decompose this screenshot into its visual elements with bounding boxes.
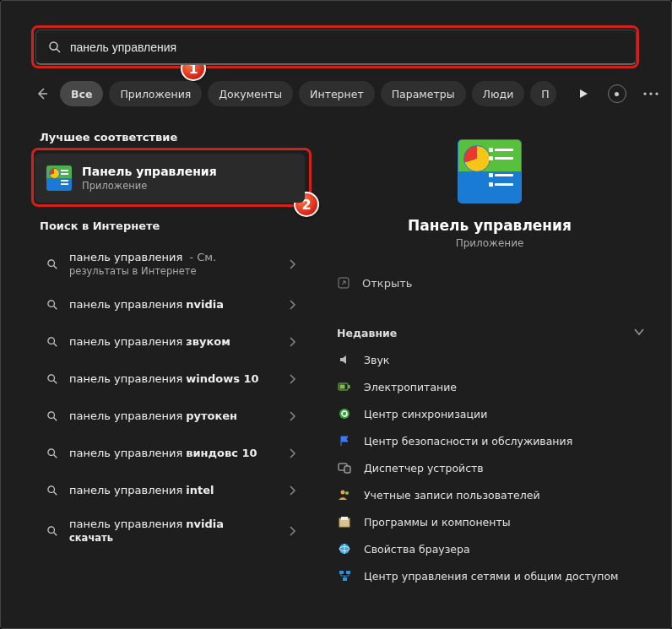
web-result-base: панель управления bbox=[69, 518, 182, 530]
svg-point-8 bbox=[48, 301, 55, 307]
recent-item-label: Центр синхронизации bbox=[364, 408, 487, 420]
speaker-icon bbox=[337, 353, 352, 367]
svg-line-17 bbox=[54, 455, 57, 458]
web-results: панель управления - См. результаты в Инт… bbox=[35, 242, 305, 553]
flag-icon bbox=[337, 434, 352, 448]
svg-rect-28 bbox=[344, 466, 350, 473]
tab-people[interactable]: Люди bbox=[472, 81, 525, 106]
devices-icon bbox=[337, 461, 352, 475]
web-result[interactable]: панель управленияwindows 10 bbox=[35, 361, 305, 398]
search-icon bbox=[46, 373, 58, 385]
svg-point-5 bbox=[655, 92, 658, 95]
recent-item[interactable]: Учетные записи пользователей bbox=[323, 481, 656, 508]
svg-point-6 bbox=[48, 260, 55, 267]
svg-point-18 bbox=[48, 486, 55, 493]
open-in-bing[interactable] bbox=[608, 84, 626, 103]
tab-apps[interactable]: Приложения bbox=[109, 81, 202, 106]
web-result[interactable]: панель управлениявиндовс 10 bbox=[35, 435, 305, 472]
network-icon bbox=[337, 569, 352, 583]
battery-icon bbox=[337, 380, 352, 394]
recent-item[interactable]: Электропитание bbox=[323, 373, 656, 400]
web-result-second: результаты в Интернете bbox=[69, 265, 289, 278]
svg-point-16 bbox=[48, 449, 55, 456]
search-icon bbox=[46, 525, 58, 537]
web-result-suffix: рутокен bbox=[186, 409, 237, 424]
recent-item-label: Диспетчер устройств bbox=[364, 462, 484, 474]
programs-icon bbox=[337, 515, 352, 529]
open-action[interactable]: Открыть bbox=[323, 264, 656, 301]
svg-line-21 bbox=[54, 533, 57, 536]
chevron-right-icon bbox=[289, 336, 296, 348]
chevron-right-icon bbox=[289, 525, 296, 537]
svg-rect-32 bbox=[341, 517, 348, 520]
users-icon bbox=[337, 488, 352, 502]
web-result-base: панель управления bbox=[69, 335, 182, 350]
tab-all[interactable]: Все bbox=[60, 81, 103, 106]
browser-icon bbox=[337, 542, 352, 556]
play-button[interactable] bbox=[571, 81, 596, 106]
recent-item-label: Центр управления сетями и общим доступом bbox=[364, 570, 619, 583]
best-match-result[interactable]: Панель управления Приложение bbox=[35, 154, 305, 203]
web-result-base: панель управления bbox=[69, 484, 182, 498]
web-result-base: панель управления bbox=[69, 409, 182, 424]
web-result[interactable]: панель управленияnvidia bbox=[35, 286, 305, 323]
recent-item[interactable]: Центр безопасности и обслуживания bbox=[323, 427, 656, 454]
tab-settings[interactable]: Параметры bbox=[381, 81, 466, 106]
web-result[interactable]: панель управления - См. результаты в Инт… bbox=[35, 242, 305, 286]
search-icon bbox=[46, 485, 58, 496]
best-match-subtitle: Приложение bbox=[82, 180, 217, 192]
web-result-suffix: nvidia bbox=[186, 518, 224, 530]
web-result-base: панель управления bbox=[69, 372, 182, 387]
search-window: 1 2 Все Приложения Документы Интернет Па… bbox=[0, 0, 672, 629]
search-input[interactable] bbox=[70, 41, 624, 54]
web-result-second: скачать bbox=[69, 532, 289, 545]
tab-web[interactable]: Интернет bbox=[299, 81, 375, 106]
recent-item-label: Свойства браузера bbox=[364, 543, 470, 556]
web-result-base: панель управления bbox=[69, 251, 182, 263]
recent-item[interactable]: Звук bbox=[323, 346, 656, 373]
svg-line-1 bbox=[57, 49, 60, 52]
recent-item[interactable]: Центр управления сетями и общим доступом bbox=[323, 562, 656, 589]
svg-line-15 bbox=[54, 418, 57, 421]
svg-point-10 bbox=[48, 338, 55, 344]
web-result-base: панель управления bbox=[69, 298, 182, 312]
web-result-suffix: windows 10 bbox=[186, 372, 258, 387]
recent-item[interactable]: Программы и компоненты bbox=[323, 508, 656, 535]
tab-docs[interactable]: Документы bbox=[208, 81, 293, 106]
tab-truncated[interactable]: П bbox=[530, 81, 555, 106]
open-label: Открыть bbox=[362, 277, 412, 290]
chevron-right-icon bbox=[289, 299, 296, 311]
search-icon bbox=[46, 447, 58, 459]
svg-point-4 bbox=[649, 92, 652, 95]
web-result-suffix: nvidia bbox=[186, 298, 224, 312]
search-icon bbox=[46, 336, 58, 348]
web-heading: Поиск в Интернете bbox=[40, 220, 305, 232]
back-button[interactable] bbox=[35, 84, 49, 104]
svg-line-9 bbox=[54, 306, 57, 310]
svg-point-29 bbox=[341, 491, 345, 495]
best-match-title: Панель управления bbox=[82, 165, 217, 178]
svg-point-14 bbox=[48, 412, 55, 419]
more-button[interactable] bbox=[638, 81, 664, 106]
svg-point-30 bbox=[345, 491, 349, 495]
chevron-right-icon bbox=[289, 447, 296, 459]
search-bar[interactable] bbox=[35, 30, 637, 65]
web-result[interactable]: панель управлениярутокен bbox=[35, 398, 305, 435]
web-result[interactable]: панель управленияnvidia скачать bbox=[35, 509, 305, 553]
preview-hero: Панель управления Приложение bbox=[323, 122, 656, 249]
control-panel-icon-large bbox=[458, 139, 522, 203]
preview-column: Панель управления Приложение Открыть Нед… bbox=[323, 122, 656, 628]
web-result[interactable]: панель управлениязвуком bbox=[35, 323, 305, 361]
recent-item[interactable]: Центр синхронизации bbox=[323, 400, 656, 427]
expand-toggle[interactable] bbox=[629, 322, 649, 342]
svg-rect-36 bbox=[346, 571, 350, 574]
recent-item-label: Центр безопасности и обслуживания bbox=[364, 435, 572, 447]
recent-item[interactable]: Свойства браузера bbox=[323, 535, 656, 562]
recent-item[interactable]: Диспетчер устройств bbox=[323, 454, 656, 481]
svg-rect-25 bbox=[340, 385, 345, 389]
web-result-suffix: звуком bbox=[186, 335, 230, 350]
svg-rect-24 bbox=[349, 385, 350, 388]
svg-point-20 bbox=[48, 527, 55, 534]
web-result[interactable]: панель управленияintel bbox=[35, 472, 305, 509]
recent-item-label: Электропитание bbox=[364, 381, 457, 393]
